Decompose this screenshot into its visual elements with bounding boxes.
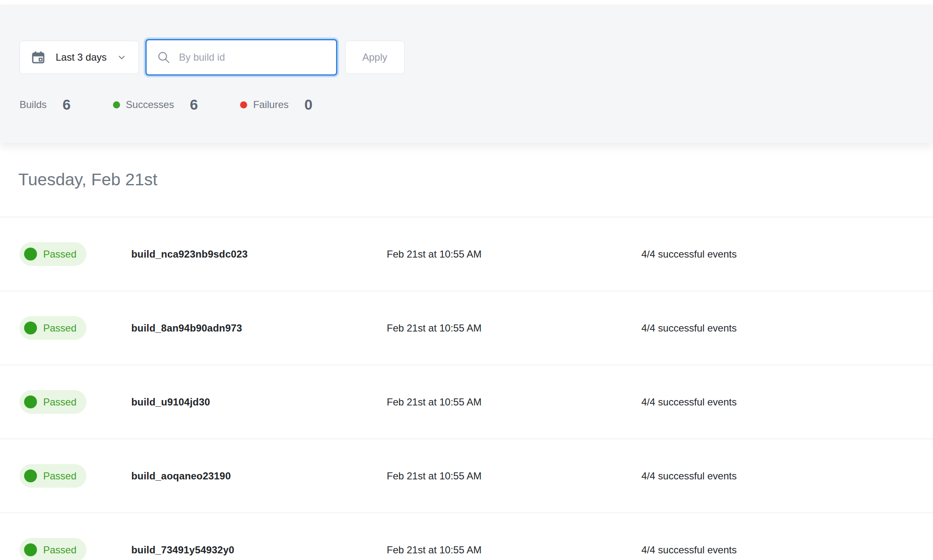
- build-id: build_aoqaneo23190: [131, 470, 387, 482]
- build-events: 4/4 successful events: [641, 248, 933, 260]
- status-badge: Passed: [20, 242, 86, 266]
- stats-bar: Builds 6 Successes 6 Failures 0: [20, 96, 933, 113]
- status-cell: Passed: [20, 316, 131, 340]
- build-row[interactable]: Passed build_aoqaneo23190 Feb 21st at 10…: [0, 439, 933, 513]
- builds-count: 6: [62, 96, 70, 113]
- red-dot-icon: [240, 101, 247, 108]
- build-list: Passed build_nca923nb9sdc023 Feb 21st at…: [0, 217, 933, 560]
- build-row[interactable]: Passed build_u9104jd30 Feb 21st at 10:55…: [0, 365, 933, 439]
- filter-bar: Last 3 days Apply: [20, 41, 933, 74]
- status-cell: Passed: [20, 242, 131, 266]
- green-circle-icon: [24, 322, 37, 334]
- status-badge: Passed: [20, 390, 86, 414]
- green-circle-icon: [24, 248, 37, 260]
- build-events: 4/4 successful events: [641, 544, 933, 556]
- build-id: build_nca923nb9sdc023: [131, 248, 387, 260]
- green-circle-icon: [24, 395, 37, 408]
- successes-count: 6: [190, 96, 198, 113]
- green-circle-icon: [24, 469, 37, 482]
- build-id: build_8an94b90adn973: [131, 322, 387, 334]
- build-timestamp: Feb 21st at 10:55 AM: [387, 470, 641, 482]
- status-badge: Passed: [20, 316, 86, 340]
- stat-builds: Builds 6: [20, 96, 71, 113]
- build-row[interactable]: Passed build_nca923nb9sdc023 Feb 21st at…: [0, 217, 933, 291]
- build-events: 4/4 successful events: [641, 470, 933, 482]
- builds-dashboard: Last 3 days Apply: [0, 5, 933, 560]
- status-cell: Passed: [20, 464, 131, 488]
- status-label: Passed: [43, 248, 76, 260]
- build-events: 4/4 successful events: [641, 396, 933, 408]
- build-events: 4/4 successful events: [641, 322, 933, 334]
- build-id: build_u9104jd30: [131, 396, 387, 408]
- status-cell: Passed: [20, 390, 131, 414]
- builds-main: Tuesday, Feb 21st Passed build_nca923nb9…: [0, 143, 933, 560]
- status-label: Passed: [43, 396, 76, 408]
- calendar-icon: [31, 50, 46, 65]
- search-icon: [157, 50, 171, 64]
- failures-count: 0: [304, 96, 312, 113]
- stat-successes: Successes 6: [113, 96, 198, 113]
- build-timestamp: Feb 21st at 10:55 AM: [387, 544, 641, 556]
- apply-button[interactable]: Apply: [345, 41, 405, 74]
- status-badge: Passed: [20, 464, 86, 488]
- date-group-heading: Tuesday, Feb 21st: [0, 143, 933, 190]
- build-row[interactable]: Passed build_8an94b90adn973 Feb 21st at …: [0, 291, 933, 365]
- green-circle-icon: [24, 543, 37, 556]
- build-timestamp: Feb 21st at 10:55 AM: [387, 396, 641, 408]
- status-badge: Passed: [20, 538, 86, 560]
- successes-label: Successes: [126, 99, 174, 111]
- status-label: Passed: [43, 544, 76, 556]
- date-range-value: Last 3 days: [56, 52, 107, 63]
- date-range-dropdown[interactable]: Last 3 days: [20, 41, 139, 74]
- status-label: Passed: [43, 322, 76, 334]
- build-timestamp: Feb 21st at 10:55 AM: [387, 248, 641, 260]
- builds-label: Builds: [20, 99, 47, 111]
- chevron-down-icon: [117, 52, 127, 62]
- build-timestamp: Feb 21st at 10:55 AM: [387, 322, 641, 334]
- green-dot-icon: [113, 101, 120, 108]
- status-label: Passed: [43, 470, 76, 482]
- status-cell: Passed: [20, 538, 131, 560]
- failures-label: Failures: [253, 99, 288, 111]
- stat-failures: Failures 0: [240, 96, 312, 113]
- search-input[interactable]: [179, 52, 328, 63]
- search-box[interactable]: [145, 39, 337, 76]
- build-id: build_73491y54932y0: [131, 544, 387, 556]
- filters-panel: Last 3 days Apply: [0, 5, 933, 143]
- build-row[interactable]: Passed build_73491y54932y0 Feb 21st at 1…: [0, 513, 933, 560]
